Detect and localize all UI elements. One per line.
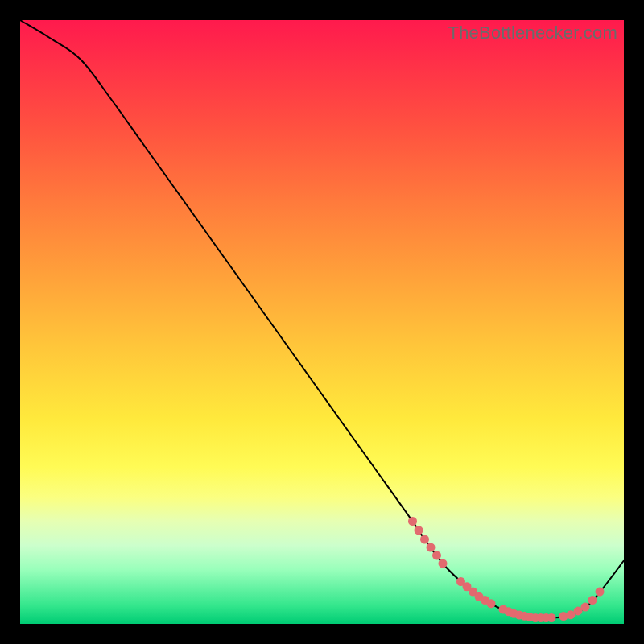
curve-marker [487,599,496,608]
chart-svg [20,20,624,624]
curve-marker [588,596,597,605]
curve-marker [432,551,441,560]
curve-marker [427,543,436,552]
curve-marker [547,613,556,622]
chart-area: TheBottlenecker.com [20,20,624,624]
curve-marker [415,526,423,535]
bottleneck-curve [20,20,624,618]
curve-marker [408,517,417,526]
curve-marker [596,588,605,597]
curve-marker [581,603,590,612]
curve-marker [439,559,448,568]
curve-marker [420,535,429,544]
curve-markers [408,517,605,622]
